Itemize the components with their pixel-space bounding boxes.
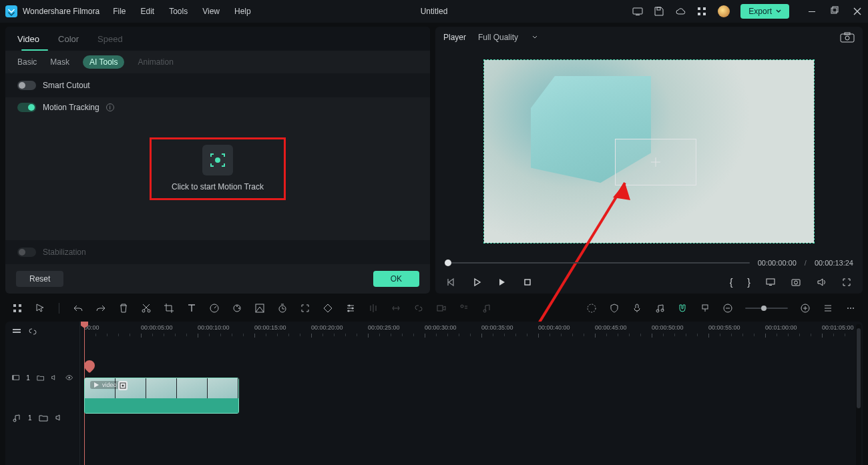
menu-tools[interactable]: Tools bbox=[169, 7, 188, 16]
greenscreen-icon[interactable] bbox=[254, 303, 265, 314]
timeline-clip[interactable]: video bbox=[84, 378, 239, 414]
delete-icon[interactable] bbox=[118, 303, 129, 314]
timeline-scrollbar[interactable] bbox=[856, 324, 861, 465]
mark-in-icon[interactable]: { bbox=[730, 277, 733, 288]
shield-icon[interactable] bbox=[609, 303, 620, 314]
svg-rect-37 bbox=[437, 306, 443, 311]
motion-tracking-toggle[interactable] bbox=[17, 103, 36, 112]
grid-icon[interactable] bbox=[12, 303, 23, 314]
document-title: Untitled bbox=[421, 7, 448, 16]
folder-icon[interactable] bbox=[37, 373, 44, 382]
menu-view[interactable]: View bbox=[202, 7, 220, 16]
beat-icon[interactable] bbox=[481, 303, 492, 314]
scrub-handle[interactable] bbox=[445, 260, 451, 266]
stop-icon[interactable] bbox=[522, 277, 533, 288]
stabilization-label: Stabilization bbox=[43, 248, 86, 257]
mic-icon[interactable] bbox=[632, 303, 642, 314]
subtab-ai-tools[interactable]: AI Tools bbox=[83, 55, 124, 69]
ruler-minor-tick bbox=[277, 334, 278, 336]
user-avatar-icon[interactable] bbox=[718, 5, 730, 17]
music-icon[interactable] bbox=[654, 303, 665, 314]
menu-help[interactable]: Help bbox=[234, 7, 251, 16]
speed-icon[interactable] bbox=[209, 303, 220, 314]
camera-icon[interactable] bbox=[791, 277, 801, 288]
volume-icon[interactable] bbox=[816, 277, 827, 288]
track-options-icon[interactable] bbox=[12, 327, 21, 336]
focus-icon[interactable] bbox=[300, 303, 310, 314]
apps-icon[interactable] bbox=[696, 6, 707, 17]
mark-out-icon[interactable]: } bbox=[747, 277, 750, 288]
link-icon[interactable] bbox=[413, 303, 424, 314]
ruler-minor-tick bbox=[811, 334, 811, 336]
player-preview[interactable] bbox=[438, 48, 860, 255]
adjust-icon[interactable] bbox=[345, 303, 356, 314]
menu-edit[interactable]: Edit bbox=[141, 7, 155, 16]
render-icon[interactable] bbox=[586, 303, 597, 314]
prev-frame-icon[interactable] bbox=[446, 277, 457, 288]
duration-icon[interactable] bbox=[277, 303, 288, 314]
scrub-track[interactable] bbox=[445, 262, 750, 264]
audio-stretch-icon[interactable] bbox=[391, 303, 401, 314]
pointer-icon[interactable] bbox=[35, 303, 45, 314]
ok-button[interactable]: OK bbox=[373, 271, 419, 287]
mute-icon[interactable] bbox=[55, 413, 64, 422]
cut-icon[interactable] bbox=[141, 303, 152, 314]
tab-video[interactable]: Video bbox=[17, 34, 39, 44]
timeline-ruler[interactable]: 00:0000:00:05:0000:00:10:0000:00:15:0000… bbox=[80, 322, 863, 339]
eye-icon[interactable] bbox=[65, 373, 73, 382]
device-preview-icon[interactable] bbox=[632, 6, 643, 17]
close-icon[interactable] bbox=[852, 6, 863, 17]
zoom-slider[interactable] bbox=[745, 308, 788, 309]
snapshot-icon[interactable] bbox=[840, 32, 855, 43]
reset-button[interactable]: Reset bbox=[16, 271, 63, 287]
maximize-icon[interactable] bbox=[829, 6, 840, 17]
ruler-minor-tick bbox=[572, 334, 573, 336]
subtab-mask[interactable]: Mask bbox=[50, 57, 69, 67]
svg-point-48 bbox=[850, 308, 851, 309]
stabilization-toggle[interactable] bbox=[17, 248, 36, 257]
zoom-out-icon[interactable] bbox=[722, 303, 733, 314]
text-icon[interactable] bbox=[186, 303, 197, 314]
play-icon[interactable] bbox=[471, 277, 482, 288]
list-icon[interactable] bbox=[823, 303, 833, 314]
magnet-icon[interactable] bbox=[677, 303, 688, 314]
redo-icon[interactable] bbox=[95, 303, 106, 314]
minimize-icon[interactable] bbox=[807, 6, 817, 17]
record-icon[interactable] bbox=[436, 303, 447, 314]
keyframe-icon[interactable] bbox=[322, 303, 333, 314]
subtab-animation[interactable]: Animation bbox=[138, 57, 173, 67]
marker-icon[interactable] bbox=[700, 303, 710, 314]
mute-icon[interactable] bbox=[51, 373, 58, 382]
tab-color[interactable]: Color bbox=[58, 34, 79, 44]
ruler-minor-tick bbox=[232, 334, 232, 336]
ruler-tick: 00:01:05:00 bbox=[822, 324, 854, 331]
voice-icon[interactable] bbox=[459, 303, 469, 314]
undo-icon[interactable] bbox=[73, 303, 83, 314]
export-button[interactable]: Export bbox=[740, 4, 789, 19]
save-icon[interactable] bbox=[654, 6, 664, 17]
quality-select[interactable]: Full Quality bbox=[478, 33, 538, 42]
display-icon[interactable] bbox=[765, 277, 776, 288]
crop-icon[interactable] bbox=[164, 303, 174, 314]
fullscreen-icon[interactable] bbox=[841, 277, 852, 288]
more-icon[interactable] bbox=[845, 303, 856, 314]
tab-speed[interactable]: Speed bbox=[97, 34, 123, 44]
motion-track-box[interactable] bbox=[615, 139, 696, 185]
subtab-basic[interactable]: Basic bbox=[17, 57, 37, 67]
audio-detach-icon[interactable] bbox=[368, 303, 379, 314]
link-icon[interactable] bbox=[28, 327, 37, 336]
info-icon[interactable]: i bbox=[106, 103, 114, 111]
ruler-minor-tick bbox=[220, 334, 221, 336]
play-forward-icon[interactable] bbox=[497, 277, 507, 288]
folder-icon[interactable] bbox=[39, 413, 48, 422]
motion-track-button[interactable] bbox=[202, 145, 233, 175]
ruler-minor-tick bbox=[742, 334, 743, 336]
menu-file[interactable]: File bbox=[113, 7, 126, 16]
svg-rect-23 bbox=[19, 304, 21, 307]
cloud-icon[interactable] bbox=[675, 6, 686, 17]
clip-name: video bbox=[102, 382, 117, 388]
color-icon[interactable] bbox=[232, 303, 242, 314]
smart-cutout-toggle[interactable] bbox=[17, 81, 36, 90]
zoom-in-icon[interactable] bbox=[800, 303, 811, 314]
timeline-tracks[interactable]: 00:0000:00:05:0000:00:10:0000:00:15:0000… bbox=[80, 322, 863, 465]
